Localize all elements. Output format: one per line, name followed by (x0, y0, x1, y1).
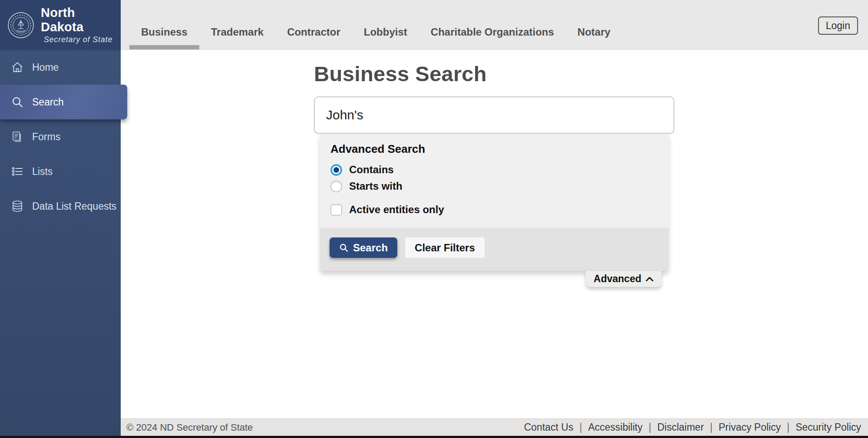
advanced-search-heading: Advanced Search (330, 142, 658, 156)
active-entities-checkbox[interactable] (330, 204, 342, 216)
brand-subtitle: Secretary of State (44, 35, 112, 44)
advanced-search-panel: Advanced Search Contains Starts with Act… (320, 134, 669, 271)
footer-separator: | (649, 422, 651, 433)
top-tabs: Business Trademark Contractor Lobbyist C… (129, 0, 622, 49)
footer-links: Contact Us | Accessibility | Disclaimer … (524, 422, 861, 433)
window-bottom-edge (0, 436, 868, 438)
brand: North Dakota Secretary of State (41, 6, 116, 44)
sidebar-item-forms[interactable]: Forms (0, 119, 121, 154)
footer-separator: | (710, 422, 713, 433)
business-search-input[interactable] (314, 96, 674, 134)
nd-state-seal-icon (7, 11, 35, 39)
footer-link-security-policy[interactable]: Security Policy (795, 422, 861, 433)
radio-label: Starts with (349, 180, 403, 192)
home-icon (10, 60, 24, 74)
search-button-label: Search (353, 242, 388, 254)
main-content: Business Search Advanced Search Contains… (121, 50, 868, 418)
top-header: Business Trademark Contractor Lobbyist C… (121, 0, 868, 50)
advanced-toggle-label: Advanced (594, 273, 641, 285)
page: North Dakota Secretary of State Home (0, 0, 868, 438)
footer-link-privacy-policy[interactable]: Privacy Policy (719, 422, 781, 433)
sidebar-item-data-list-requests[interactable]: Data List Requests (0, 189, 121, 224)
advanced-toggle[interactable]: Advanced (586, 271, 661, 287)
radio-option-starts-with[interactable]: Starts with (330, 180, 658, 192)
sidebar-item-lists[interactable]: Lists (0, 154, 121, 189)
sidebar-item-label: Home (32, 62, 59, 73)
checkbox-label: Active entities only (349, 204, 444, 216)
tab-charitable-organizations[interactable]: Charitable Organizations (419, 0, 566, 49)
footer-link-accessibility[interactable]: Accessibility (588, 422, 642, 433)
radio-button-contains[interactable] (330, 164, 342, 176)
search-button[interactable]: Search (330, 237, 397, 258)
sidebar-item-label: Forms (32, 131, 60, 143)
sidebar-nav: Home Search Forms (0, 50, 121, 224)
login-button[interactable]: Login (818, 16, 858, 35)
copyright-text: © 2024 ND Secretary of State (126, 422, 253, 433)
sidebar-item-search[interactable]: Search (0, 85, 127, 119)
tab-contractor[interactable]: Contractor (275, 0, 352, 49)
lists-icon (10, 165, 24, 178)
sidebar-item-label: Search (32, 96, 64, 108)
active-entities-only-option[interactable]: Active entities only (330, 204, 658, 216)
radio-label: Contains (349, 164, 394, 176)
tab-notary[interactable]: Notary (566, 0, 622, 49)
chevron-up-icon (646, 277, 653, 282)
page-title: Business Search (314, 62, 674, 86)
sidebar: North Dakota Secretary of State Home (0, 0, 121, 438)
footer-separator: | (787, 422, 789, 433)
forms-icon (10, 130, 24, 144)
search-button-icon (339, 243, 348, 252)
clear-filters-button[interactable]: Clear Filters (405, 237, 485, 258)
panel-footer: Search Clear Filters (320, 228, 669, 271)
sidebar-item-label: Lists (32, 166, 53, 178)
radio-button-starts-with[interactable] (330, 181, 342, 192)
tab-lobbyist[interactable]: Lobbyist (352, 0, 419, 49)
tab-business[interactable]: Business (129, 0, 199, 49)
sidebar-item-home[interactable]: Home (0, 50, 121, 85)
database-icon (10, 199, 24, 213)
radio-option-contains[interactable]: Contains (330, 164, 658, 176)
footer-link-contact-us[interactable]: Contact Us (524, 422, 574, 433)
brand-title: North Dakota (41, 6, 116, 34)
tab-trademark[interactable]: Trademark (199, 0, 275, 49)
footer-link-disclaimer[interactable]: Disclaimer (657, 422, 704, 433)
brand-logo-block[interactable]: North Dakota Secretary of State (0, 0, 121, 50)
footer-separator: | (579, 422, 582, 433)
search-icon (10, 95, 24, 109)
footer: © 2024 ND Secretary of State Contact Us … (121, 418, 868, 436)
sidebar-item-label: Data List Requests (32, 201, 116, 212)
